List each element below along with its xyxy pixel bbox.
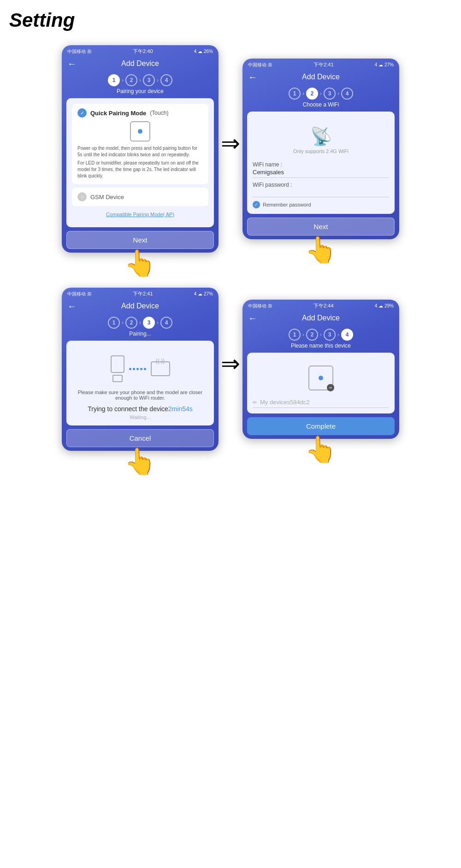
- compatible-link-text[interactable]: Compatible Pairing Mode( AP): [106, 212, 174, 217]
- status-left-4: 中国移动 奈: [248, 303, 272, 309]
- nav-title-1: Add Device: [121, 59, 159, 68]
- cancel-button[interactable]: Cancel: [66, 429, 214, 447]
- status-left-3: 中国移动 奈: [67, 291, 92, 297]
- back-button-4[interactable]: ←: [248, 313, 257, 324]
- s4-step-2: 2: [306, 329, 318, 341]
- status-right-4: 4 ☁ 29%: [375, 303, 394, 308]
- nav-title-4: Add Device: [302, 314, 340, 322]
- pencil-icon: ✏: [253, 399, 257, 406]
- status-center-2: 下午2:41: [313, 61, 333, 68]
- quick-mode-title: Quick Pairing Mode: [90, 110, 146, 117]
- screenshot-3: 中国移动 奈 下午2:41 4 ☁ 27% ← Add Device 1 › 2…: [62, 288, 219, 477]
- wifi-name-value: Cemigsales: [253, 169, 389, 178]
- wifi-password-label: WiFi password :: [253, 182, 389, 188]
- name-device-icon: ✏: [253, 358, 389, 395]
- s2-step-3: 3: [324, 88, 336, 100]
- quick-desc-1: Power up the model, then press and hold …: [77, 145, 203, 158]
- device-icon-1: [77, 121, 203, 142]
- pairing-animation: ((·)): [72, 346, 208, 387]
- status-bar-4: 中国移动 奈 下午2:44 4 ☁ 29%: [242, 300, 399, 311]
- step-3-circle: 3: [143, 74, 155, 86]
- gsm-option[interactable]: ○ GSM Device: [72, 188, 208, 206]
- gsm-check-icon: ○: [77, 192, 87, 201]
- wifi-icon-container: 📡 Only supports 2.4G WiFi: [253, 117, 389, 159]
- phone-device-icon: [111, 355, 124, 382]
- back-button-1[interactable]: ←: [67, 59, 77, 69]
- router-small-icon: ((·)): [151, 361, 170, 376]
- quick-pairing-option[interactable]: ✓ Quick Pairing Mode (Touch) Power up th…: [72, 104, 208, 184]
- status-center-3: 下午2:41: [133, 290, 153, 297]
- quick-check-icon: ✓: [77, 108, 87, 118]
- step-label-4: Please name this device: [242, 342, 399, 353]
- pairing-note: Please make sure your phone and the mode…: [72, 390, 208, 401]
- step-1-circle: 1: [108, 74, 120, 86]
- arrow-2: ⇒: [221, 352, 240, 412]
- gsm-label: GSM Device: [90, 194, 124, 201]
- s3-step-1: 1: [108, 317, 120, 329]
- step-label-3: Pairing...: [62, 331, 219, 341]
- phone-icon: [111, 355, 124, 373]
- phone-frame-4: 中国移动 奈 下午2:44 4 ☁ 29% ← Add Device 1 › 2…: [242, 300, 399, 439]
- quick-mode-subtitle: (Touch): [150, 110, 168, 116]
- status-left-2: 中国移动 奈: [248, 62, 272, 68]
- nav-bar-2: ← Add Device: [242, 70, 399, 84]
- step-label-1: Pairing your device: [62, 88, 219, 98]
- hand-cursor-1: 👆: [124, 248, 156, 278]
- tablet-icon: [112, 375, 123, 382]
- phone-frame-3: 中国移动 奈 下午2:41 4 ☁ 27% ← Add Device 1 › 2…: [62, 288, 219, 451]
- status-bar-1: 中国移动 奈 下午2:40 4 ☁ 26%: [62, 45, 219, 57]
- phone-frame-1: 中国移动 奈 下午2:40 4 ☁ 26% ← Add Device 1 › 2…: [62, 45, 219, 253]
- s3-step-2: 2: [125, 317, 137, 329]
- content-area-1: ✓ Quick Pairing Mode (Touch) Power up th…: [66, 98, 214, 227]
- wifi-name-field[interactable]: WiFi name : Cemigsales: [253, 161, 389, 178]
- page-title: Setting: [9, 9, 452, 31]
- screenshot-2: 中国移动 奈 下午2:41 4 ☁ 27% ← Add Device 1 › 2…: [242, 59, 399, 265]
- device-box-1: [130, 121, 150, 142]
- status-center-4: 下午2:44: [313, 302, 333, 309]
- step-indicators-3: 1 › 2 › 3 › 4: [62, 313, 219, 331]
- complete-button[interactable]: Complete: [247, 417, 395, 435]
- back-button-2[interactable]: ←: [248, 72, 257, 83]
- hand-cursor-4: 👆: [305, 434, 337, 465]
- content-area-3: ((·)) Please make sure your phone and th…: [66, 341, 214, 425]
- remember-row[interactable]: ✓ Remember password: [253, 201, 389, 208]
- compatible-link[interactable]: Compatible Pairing Mode( AP): [72, 210, 208, 218]
- step-label-2: Choose a WiFi: [242, 101, 399, 112]
- connecting-text: Trying to connect the device2min54s: [72, 405, 208, 413]
- remember-text: Remember password: [263, 202, 311, 207]
- edit-badge-icon: ✏: [327, 384, 334, 391]
- next-button-1[interactable]: Next: [66, 231, 214, 249]
- screenshot-4: 中国移动 奈 下午2:44 4 ☁ 29% ← Add Device 1 › 2…: [242, 300, 399, 465]
- nav-bar-3: ← Add Device: [62, 299, 219, 313]
- arrow-1: ⇒: [221, 132, 240, 192]
- device-name-input[interactable]: ✏ My devices584dc2: [253, 399, 389, 408]
- wifi-password-value: [253, 189, 389, 197]
- nav-title-3: Add Device: [121, 302, 159, 310]
- phone-frame-2: 中国移动 奈 下午2:41 4 ☁ 27% ← Add Device 1 › 2…: [242, 59, 399, 239]
- hand-cursor-3: 👆: [124, 446, 156, 477]
- s4-step-4: 4: [341, 329, 353, 341]
- screenshot-1: 中国移动 奈 下午2:40 4 ☁ 26% ← Add Device 1 › 2…: [62, 45, 219, 278]
- hand-cursor-2: 👆: [305, 235, 337, 265]
- wifi-password-field[interactable]: WiFi password :: [253, 182, 389, 197]
- nav-bar-1: ← Add Device: [62, 57, 219, 71]
- wifi-note: Only supports 2.4G WiFi: [293, 148, 349, 154]
- content-area-4: ✏ ✏ My devices584dc2: [247, 353, 395, 413]
- step-indicators-4: 1 › 2 › 3 › 4: [242, 325, 399, 342]
- status-bar-3: 中国移动 奈 下午2:41 4 ☁ 27%: [62, 288, 219, 299]
- content-area-2: 📡 Only supports 2.4G WiFi WiFi name : Ce…: [247, 112, 395, 214]
- device-dot-1: [138, 129, 142, 134]
- dots-row: [129, 368, 146, 370]
- status-right-2: 4 ☁ 27%: [375, 62, 394, 67]
- next-button-2[interactable]: Next: [247, 218, 395, 236]
- s2-step-1: 1: [289, 88, 301, 100]
- step-2-circle: 2: [125, 74, 137, 86]
- waiting-text: Waiting...: [72, 414, 208, 420]
- status-bar-2: 中国移动 奈 下午2:41 4 ☁ 27%: [242, 59, 399, 70]
- step-4-circle: 4: [160, 74, 172, 86]
- back-button-3[interactable]: ←: [67, 301, 77, 312]
- named-device-box: ✏: [308, 366, 333, 390]
- status-right-3: 4 ☁ 27%: [194, 291, 213, 296]
- device-name-value: My devices584dc2: [260, 399, 310, 406]
- named-device-dot: [319, 376, 323, 380]
